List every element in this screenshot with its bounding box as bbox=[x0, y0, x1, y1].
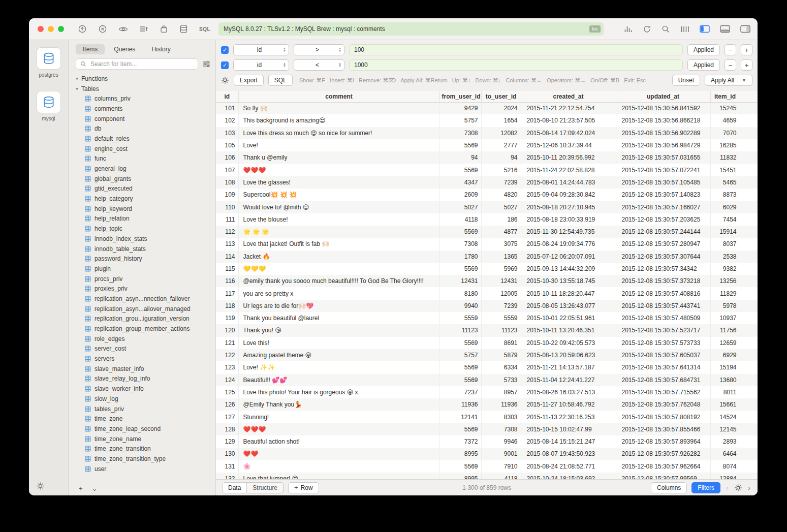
cell-comment[interactable]: Supercool💥 💥 💥 bbox=[238, 189, 439, 201]
tab-items[interactable]: Items bbox=[76, 44, 105, 54]
column-header-to-user-id[interactable]: to_user_id bbox=[481, 91, 521, 102]
table-row[interactable]: 128 ❤️❤️❤️ 5569 7308 2015-10-15 10:02:47… bbox=[216, 423, 758, 435]
cell-to-user-id[interactable]: 8303 bbox=[481, 411, 521, 423]
cell-item-id[interactable]: 12145 bbox=[710, 423, 740, 435]
cell-updated-at[interactable]: 2015-12-08 15:30:56.841592 bbox=[616, 102, 710, 114]
cell-from-user-id[interactable]: 5569 bbox=[439, 423, 481, 435]
table-row[interactable]: 116 @emily thank you soooo much beautifu… bbox=[216, 275, 758, 287]
disconnect-icon[interactable] bbox=[98, 24, 107, 34]
cell-item-id[interactable]: 5465 bbox=[710, 176, 740, 189]
cell-updated-at[interactable]: 2015-12-08 15:30:57.031655 bbox=[616, 151, 710, 164]
cell-is[interactable] bbox=[740, 127, 758, 139]
sidebar-table-item[interactable]: slave_worker_info bbox=[69, 384, 215, 394]
add-filter-button[interactable]: + bbox=[741, 44, 752, 55]
cell-to-user-id[interactable]: 7239 bbox=[481, 300, 521, 312]
column-header-created-at[interactable]: created_at bbox=[521, 91, 616, 102]
cell-to-user-id[interactable]: 7910 bbox=[481, 460, 521, 473]
cell-is[interactable] bbox=[740, 337, 758, 349]
cell-created-at[interactable]: 2015-10-22 09:42:05.573 bbox=[521, 337, 616, 349]
cell-created-at[interactable]: 2015-08-13 20:59:06.623 bbox=[521, 349, 616, 361]
filter-applied-button[interactable]: Applied bbox=[687, 44, 720, 55]
columns-button[interactable]: Columns bbox=[651, 482, 687, 493]
cell-comment[interactable]: Thank u @emily bbox=[238, 151, 439, 164]
cell-item-id[interactable]: 11829 bbox=[710, 287, 740, 299]
cell-item-id[interactable]: 16285 bbox=[710, 139, 740, 151]
database-icon[interactable] bbox=[179, 24, 188, 34]
cell-created-at[interactable]: 2015-08-18 23:00:33.919 bbox=[521, 213, 616, 226]
cell-updated-at[interactable]: 2015-12-08 15:30:57.203625 bbox=[616, 213, 710, 226]
cell-is[interactable] bbox=[740, 460, 758, 473]
cell-to-user-id[interactable]: 4118 bbox=[481, 473, 521, 479]
cell-is[interactable] bbox=[740, 151, 758, 164]
cell-id[interactable]: 109 bbox=[216, 189, 238, 201]
minimize-window-button[interactable] bbox=[48, 26, 54, 32]
cell-id[interactable]: 121 bbox=[216, 337, 238, 349]
table-row[interactable]: 114 Jacket 🔥 1780 1365 2015-07-12 06:20:… bbox=[216, 251, 758, 263]
cell-from-user-id[interactable]: 5569 bbox=[439, 460, 481, 473]
cell-item-id[interactable]: 13680 bbox=[710, 374, 740, 386]
table-row[interactable]: 122 Amazing pastel theme 😜 5757 5879 201… bbox=[216, 349, 758, 361]
cell-created-at[interactable]: 2015-08-05 13:26:43.077 bbox=[521, 300, 616, 312]
cell-is[interactable] bbox=[740, 312, 758, 324]
cell-comment[interactable]: Jacket 🔥 bbox=[238, 251, 439, 263]
cell-id[interactable]: 115 bbox=[216, 263, 238, 275]
table-row[interactable]: 105 Love! 5569 2777 2015-12-06 10:37:39.… bbox=[216, 139, 758, 151]
cell-comment[interactable]: ❤️❤️ bbox=[238, 448, 439, 460]
column-header-is[interactable]: is_ bbox=[740, 91, 758, 102]
cell-comment[interactable]: Beautiful!! 💕💕 bbox=[238, 374, 439, 386]
cell-comment[interactable]: Would love to! @mith 😊 bbox=[238, 201, 439, 213]
cell-from-user-id[interactable]: 9429 bbox=[439, 102, 481, 114]
add-filter-button[interactable]: + bbox=[741, 59, 752, 71]
cell-created-at[interactable]: 2015-08-18 20:27:10.945 bbox=[521, 201, 616, 213]
cell-id[interactable]: 130 bbox=[216, 448, 238, 460]
sidebar-table-item[interactable]: help_relation bbox=[69, 214, 215, 224]
table-row[interactable]: 130 ❤️❤️ 8995 9001 2015-08-07 19:43:50.9… bbox=[216, 448, 758, 460]
cell-updated-at[interactable]: 2015-12-08 15:30:57.523717 bbox=[616, 324, 710, 336]
filter-sliders-icon[interactable] bbox=[202, 60, 210, 68]
cell-item-id[interactable]: 7454 bbox=[710, 213, 740, 226]
cell-id[interactable]: 111 bbox=[216, 213, 238, 226]
cell-comment[interactable]: Love this! bbox=[238, 337, 439, 349]
cell-created-at[interactable]: 2015-10-24 18:15:03.692 bbox=[521, 473, 616, 479]
cell-to-user-id[interactable]: 1654 bbox=[481, 114, 521, 127]
search-icon[interactable] bbox=[662, 25, 670, 34]
cell-comment[interactable]: you are so pretty x bbox=[238, 287, 439, 299]
toggle-left-panel-icon[interactable] bbox=[700, 25, 710, 33]
tab-history[interactable]: History bbox=[144, 44, 177, 54]
cell-to-user-id[interactable]: 9001 bbox=[481, 448, 521, 460]
cell-created-at[interactable]: 2015-08-24 19:09:34.776 bbox=[521, 238, 616, 250]
sidebar-table-item[interactable]: comments bbox=[69, 104, 215, 114]
cell-to-user-id[interactable]: 5216 bbox=[481, 164, 521, 176]
column-header-updated-at[interactable]: updated_at bbox=[616, 91, 710, 102]
structure-rows-icon[interactable] bbox=[139, 25, 148, 33]
cell-comment[interactable]: Love this photo! Your hair is gorgeous 😜… bbox=[238, 386, 439, 398]
table-row[interactable]: 131 🌸 5569 7910 2015-08-24 21:08:52.771 … bbox=[216, 460, 758, 473]
add-item-button[interactable]: + bbox=[75, 484, 87, 493]
cell-comment[interactable]: Love the glasses! bbox=[238, 176, 439, 189]
cell-created-at[interactable]: 2015-08-24 21:08:52.771 bbox=[521, 460, 616, 473]
cell-comment[interactable]: Amazing pastel theme 😜 bbox=[238, 349, 439, 361]
cell-id[interactable]: 116 bbox=[216, 275, 238, 287]
cell-item-id[interactable]: 15194 bbox=[710, 361, 740, 373]
cell-item-id[interactable]: 9382 bbox=[710, 263, 740, 275]
sidebar-table-item[interactable]: slow_log bbox=[69, 394, 215, 404]
close-window-button[interactable] bbox=[38, 26, 44, 32]
cell-updated-at[interactable]: 2015-12-08 15:30:57.962664 bbox=[616, 460, 710, 473]
cell-from-user-id[interactable]: 8180 bbox=[439, 287, 481, 299]
filter-value-input[interactable] bbox=[349, 44, 683, 55]
cell-is[interactable] bbox=[740, 176, 758, 189]
cell-item-id[interactable]: 2893 bbox=[710, 435, 740, 448]
cell-id[interactable]: 124 bbox=[216, 374, 238, 386]
table-row[interactable]: 102 This background is amazing😍 5757 165… bbox=[216, 114, 758, 127]
table-row[interactable]: 124 Beautiful!! 💕💕 5569 5733 2015-11-04 … bbox=[216, 374, 758, 386]
add-item-menu-button[interactable]: ⌄ bbox=[88, 484, 102, 493]
cell-created-at[interactable]: 2015-10-11 18:28:20.447 bbox=[521, 287, 616, 299]
filter-checkbox[interactable]: ✓ bbox=[221, 61, 229, 69]
cell-id[interactable]: 106 bbox=[216, 151, 238, 164]
table-row[interactable]: 115 💛💛💛 5569 5969 2015-09-13 14:44:32.20… bbox=[216, 263, 758, 275]
column-header-from-user-id[interactable]: from_user_id bbox=[439, 91, 481, 102]
cell-id[interactable]: 132 bbox=[216, 473, 238, 479]
cell-id[interactable]: 129 bbox=[216, 435, 238, 448]
cell-updated-at[interactable]: 2015-12-08 15:30:57.373218 bbox=[616, 275, 710, 287]
sidebar-table-item[interactable]: server_cost bbox=[69, 344, 215, 354]
